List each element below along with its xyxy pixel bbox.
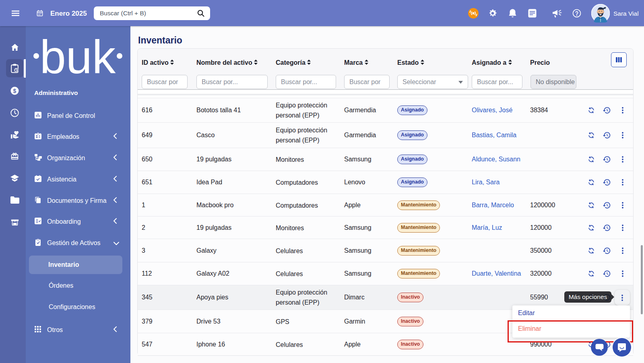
svg-text:buk: buk bbox=[40, 36, 116, 74]
svg-text:$: $ bbox=[13, 88, 17, 94]
